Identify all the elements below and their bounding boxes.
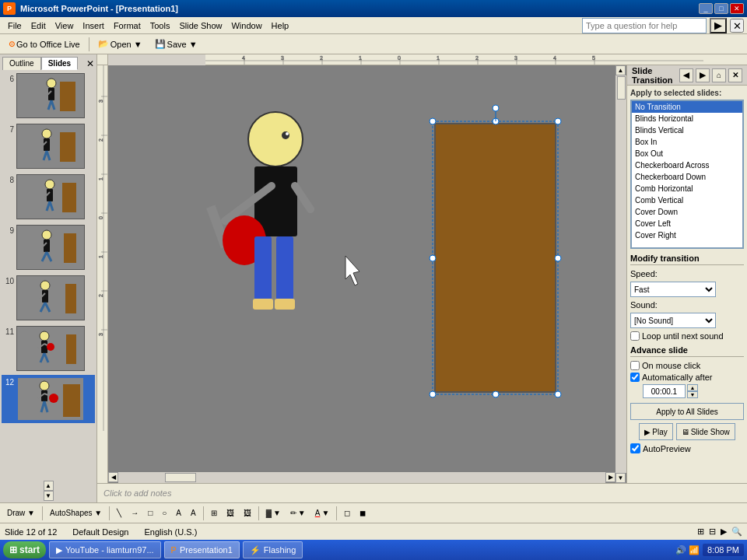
view-normal-icon[interactable]: ⊞ [697,527,704,537]
line-color-button[interactable]: ✏▼ [286,505,310,522]
slide-scroll-down[interactable]: ▼ [44,491,54,501]
picture-tool[interactable]: 🖼 [240,505,255,522]
slide-thumb-9[interactable]: 9 [2,223,95,271]
slide-list[interactable]: 6 7 [0,70,96,479]
menu-edit[interactable]: Edit [26,19,51,32]
loop-checkbox[interactable] [630,331,640,341]
transition-list[interactable]: No Transition Blinds Horizontal Blinds V… [631,100,743,248]
panel-close-button[interactable]: ✕ [728,68,742,82]
taskbar-presentation[interactable]: P Presentation1 [164,541,240,558]
trans-item-box-out[interactable]: Box Out [632,148,742,159]
panel-back-button[interactable]: ◀ [679,68,693,82]
slide-num-10: 10 [3,277,14,285]
3d-button[interactable]: ◼ [356,505,370,522]
textbox-tool[interactable]: A [172,505,185,522]
taskbar: ⊞ start ▶ YouTube - liamturn97... P Pres… [0,540,747,560]
trans-item-comb-v[interactable]: Comb Vertical [632,194,742,206]
draw-dropdown-button[interactable]: Draw ▼ [3,505,39,522]
save-button[interactable]: 💾 Save ▼ [149,36,203,53]
font-color-button[interactable]: A▼ [311,505,334,522]
trans-item-blinds-v[interactable]: Blinds Vertical [632,124,742,136]
line-tool[interactable]: ╲ [113,505,125,522]
go-to-office-live-button[interactable]: ⊙ Go to Office Live [3,36,86,53]
wordart-tool[interactable]: A [187,505,200,522]
canvas-scroll-left[interactable]: ◀ [108,472,118,482]
search-go-button[interactable]: ▶ [710,18,727,33]
time-down-button[interactable]: ▼ [687,391,698,398]
svg-rect-52 [63,384,80,417]
trans-item-cover-left[interactable]: Cover Left [632,218,742,229]
help-close-button[interactable]: ✕ [730,19,744,33]
time-up-button[interactable]: ▲ [687,384,698,391]
open-button[interactable]: 📂 Open ▼ [93,36,148,53]
hscroll-thumb[interactable] [165,473,196,482]
slide-thumb-6[interactable]: 6 [2,72,95,120]
mouse-click-checkbox[interactable] [630,361,640,370]
view-slideshow-icon[interactable]: ▶ [721,527,727,537]
rect-tool[interactable]: □ [144,505,156,522]
slide-thumb-10[interactable]: 10 [2,274,95,322]
apply-all-button[interactable]: Apply to All Slides [630,403,744,420]
sound-select[interactable]: [No Sound] [630,313,716,328]
tab-slides[interactable]: Slides [41,57,78,70]
trans-item-cover-right[interactable]: Cover Right [632,229,742,241]
fill-color-button[interactable]: ▓▼ [262,505,285,522]
trans-item-box-in[interactable]: Box In [632,136,742,148]
panel-home-button[interactable]: ⌂ [712,68,726,82]
tab-outline[interactable]: Outline [2,57,41,70]
trans-item-blinds-h[interactable]: Blinds Horizontal [632,113,742,124]
trans-item-comb-h[interactable]: Comb Horizontal [632,183,742,194]
slide-scroll-up[interactable]: ▲ [44,481,54,491]
menu-help[interactable]: Help [267,19,294,32]
diagram-tool[interactable]: ⊞ [207,505,221,522]
slide-thumb-11[interactable]: 11 [2,324,95,373]
oval-tool[interactable]: ○ [158,505,170,522]
advance-title: Advance slide [630,345,744,357]
menu-tools[interactable]: Tools [146,19,175,32]
trans-item-no-transition[interactable]: No Transition [632,101,742,113]
panel-close-icon[interactable]: ✕ [86,58,94,70]
autoshapes-button[interactable]: AutoShapes ▼ [46,505,106,522]
scroll-thumb[interactable] [617,76,626,100]
taskbar-flashing[interactable]: ⚡ Flashing [243,541,303,558]
slideshow-button[interactable]: 🖥 Slide Show [676,423,735,440]
trans-item-checkerboard-across[interactable]: Checkerboard Across [632,159,742,171]
taskbar-youtube[interactable]: ▶ YouTube - liamturn97... [49,541,161,558]
menu-window[interactable]: Window [226,19,266,32]
view-slide-sorter-icon[interactable]: ⊟ [709,527,716,537]
notes-bar[interactable]: Click to add notes [97,483,747,502]
horizontal-ruler: 4 3 2 1 0 1 2 3 4 5 [205,54,747,65]
start-button[interactable]: ⊞ start [3,541,46,558]
menu-file[interactable]: File [3,19,26,32]
slide-thumb-7[interactable]: 7 [2,122,95,170]
slide-thumb-12[interactable]: 12 [2,375,95,423]
time-input[interactable] [643,384,686,398]
trans-item-checkerboard-down[interactable]: Checkerboard Down [632,171,742,183]
canvas-scroll-right[interactable]: ▶ [605,472,615,482]
close-button[interactable]: ✕ [730,3,744,14]
autopreview-checkbox[interactable] [630,443,640,453]
window-title: Microsoft PowerPoint - [Presentation1] [20,4,178,13]
arrow-tool[interactable]: → [127,505,142,522]
auto-after-checkbox[interactable] [630,373,640,382]
speed-row: Speed: [630,269,744,278]
slide-thumb-8[interactable]: 8 [2,173,95,221]
statusbar: Slide 12 of 12 Default Design English (U… [0,523,747,540]
menu-insert[interactable]: Insert [78,19,109,32]
maximize-button[interactable]: □ [714,3,728,14]
menu-slideshow[interactable]: Slide Show [174,19,226,32]
play-button[interactable]: ▶ Play [639,423,672,440]
trans-item-cover-down[interactable]: Cover Down [632,206,742,218]
minimize-button[interactable]: _ [699,3,713,14]
panel-forward-button[interactable]: ▶ [696,68,710,82]
shadow-button[interactable]: ◻ [340,505,354,522]
speed-select[interactable]: Fast Medium Slow [630,282,716,297]
slide-canvas[interactable]: ▲ ▼ ◀ ▶ [108,65,626,483]
clipart-tool[interactable]: 🖼 [223,505,238,522]
canvas-scroll-down[interactable]: ▼ [615,473,626,483]
menu-view[interactable]: View [51,19,79,32]
slide-panel: Outline Slides ✕ 6 [0,54,97,502]
canvas-scroll-up[interactable]: ▲ [615,65,626,75]
menu-format[interactable]: Format [109,19,146,32]
help-search-input[interactable] [582,18,707,33]
